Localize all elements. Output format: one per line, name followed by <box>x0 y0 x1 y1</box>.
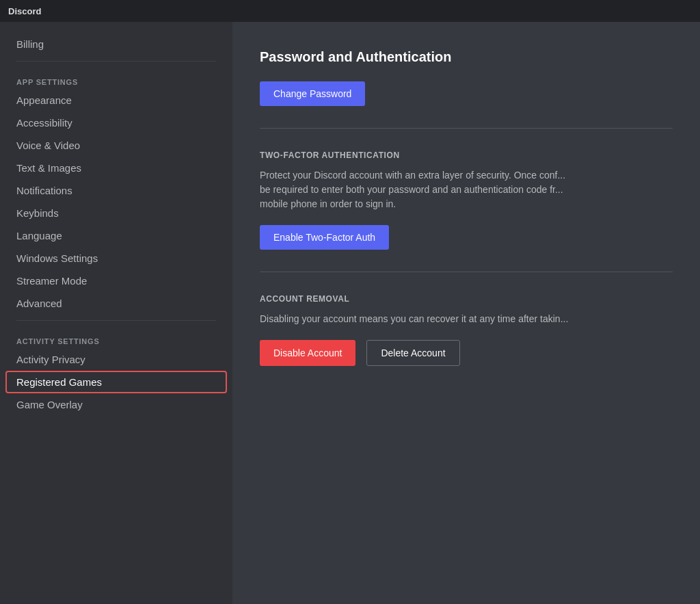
sidebar-item-appearance[interactable]: Appearance <box>5 89 227 111</box>
two-factor-description: Protect your Discord account with an ext… <box>260 168 673 211</box>
change-password-button[interactable]: Change Password <box>260 81 365 106</box>
sidebar: Billing APP SETTINGS Appearance Accessib… <box>0 22 232 604</box>
sidebar-item-text-images[interactable]: Text & Images <box>5 157 227 179</box>
sidebar-item-keybinds[interactable]: Keybinds <box>5 202 227 224</box>
account-removal-label: ACCOUNT REMOVAL <box>260 294 673 304</box>
sidebar-item-billing[interactable]: Billing <box>5 33 227 55</box>
sidebar-item-activity-privacy[interactable]: Activity Privacy <box>5 348 227 371</box>
two-factor-label: TWO-FACTOR AUTHENTICATION <box>260 150 673 160</box>
sidebar-item-registered-games[interactable]: Registered Games <box>5 371 227 393</box>
delete-account-button[interactable]: Delete Account <box>366 340 459 366</box>
enable-two-factor-button[interactable]: Enable Two-Factor Auth <box>260 225 389 250</box>
sidebar-item-voice-video[interactable]: Voice & Video <box>5 134 227 157</box>
sidebar-item-streamer-mode[interactable]: Streamer Mode <box>5 270 227 292</box>
app-settings-label: APP SETTINGS <box>5 67 227 89</box>
sidebar-item-advanced[interactable]: Advanced <box>5 292 227 315</box>
sidebar-item-accessibility[interactable]: Accessibility <box>5 111 227 134</box>
account-removal-description: Disabling your account means you can rec… <box>260 312 673 326</box>
sidebar-item-windows-settings[interactable]: Windows Settings <box>5 247 227 270</box>
password-auth-heading: Password and Authentication <box>260 49 673 65</box>
sidebar-item-notifications[interactable]: Notifications <box>5 179 227 202</box>
activity-settings-label: ACTIVITY SETTINGS <box>5 326 227 348</box>
disable-account-button[interactable]: Disable Account <box>260 340 355 366</box>
sidebar-item-language[interactable]: Language <box>5 224 227 247</box>
sidebar-item-game-overlay[interactable]: Game Overlay <box>5 393 227 416</box>
app-title: Discord <box>8 6 41 16</box>
main-content: Password and Authentication Change Passw… <box>232 22 700 604</box>
